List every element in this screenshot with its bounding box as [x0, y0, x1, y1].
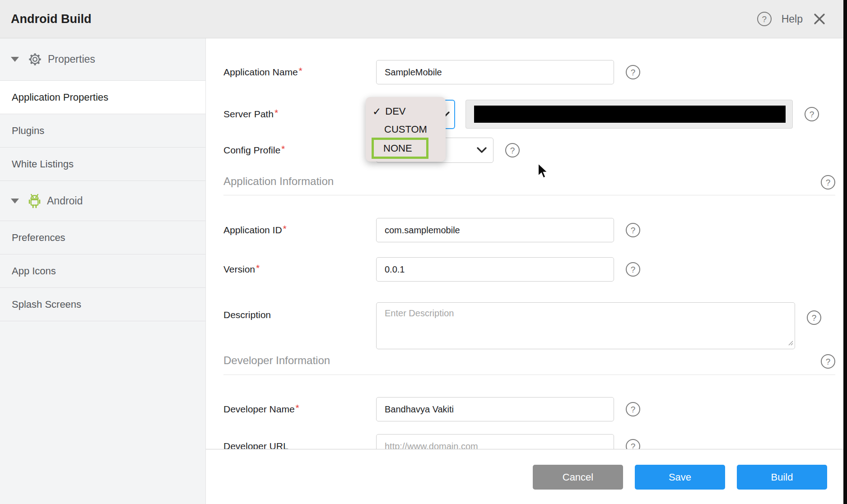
- application-information-section: Application Information ?: [223, 175, 835, 195]
- sidebar-group-android[interactable]: Android: [0, 181, 205, 221]
- sidebar-group-properties[interactable]: Properties: [0, 38, 205, 81]
- form-panel: Application Name* ? Server Path* ? Confi…: [206, 38, 847, 449]
- version-input[interactable]: [376, 257, 614, 282]
- version-label: Version*: [223, 264, 376, 275]
- expand-triangle-icon: [11, 57, 19, 62]
- help-icon[interactable]: ?: [505, 143, 520, 157]
- application-id-row: Application ID* ?: [223, 218, 847, 242]
- help-icon[interactable]: ?: [807, 310, 821, 325]
- server-path-value-field: [465, 100, 793, 129]
- help-icon[interactable]: ?: [626, 262, 640, 277]
- resize-grip-icon[interactable]: [787, 339, 793, 347]
- sidebar-group-properties-label: Properties: [48, 53, 95, 65]
- sidebar: Properties Application Properties Plugin…: [0, 38, 206, 504]
- section-title: Application Information: [223, 175, 334, 188]
- developer-name-input[interactable]: [376, 397, 614, 421]
- application-name-label: Application Name*: [223, 67, 376, 78]
- cancel-button[interactable]: Cancel: [533, 465, 623, 490]
- help-link[interactable]: Help: [782, 13, 803, 25]
- checkmark-icon: ✓: [372, 106, 381, 118]
- server-path-dropdown-menu: ✓ DEV CUSTOM NONE: [366, 97, 446, 162]
- header-help-icon[interactable]: ?: [757, 12, 772, 26]
- application-name-row: Application Name* ?: [223, 60, 847, 84]
- sidebar-item-preferences[interactable]: Preferences: [0, 221, 205, 254]
- config-profile-label: Config Profile*: [223, 145, 376, 156]
- build-button[interactable]: Build: [737, 465, 827, 490]
- dialog-title: Android Build: [11, 12, 91, 26]
- description-row: Description ?: [223, 302, 847, 349]
- sidebar-item-app-icons[interactable]: App Icons: [0, 254, 205, 288]
- help-icon[interactable]: ?: [626, 402, 640, 416]
- developer-url-row: Developer URL ?: [223, 434, 847, 449]
- application-id-label: Application ID*: [223, 225, 376, 236]
- expand-triangle-icon: [11, 199, 19, 203]
- help-icon[interactable]: ?: [626, 223, 640, 237]
- developer-url-label: Developer URL: [223, 441, 376, 449]
- close-icon[interactable]: [813, 12, 826, 26]
- help-icon[interactable]: ?: [805, 107, 819, 121]
- dropdown-option-none-highlight[interactable]: NONE: [372, 138, 428, 159]
- dropdown-option-custom[interactable]: CUSTOM: [366, 120, 446, 139]
- developer-url-input[interactable]: [376, 434, 614, 449]
- application-id-input[interactable]: [376, 218, 614, 242]
- sidebar-item-white-listings[interactable]: White Listings: [0, 148, 205, 181]
- android-build-dialog: Android Build ? Help: [0, 0, 847, 504]
- dropdown-option-dev[interactable]: ✓ DEV: [366, 102, 446, 120]
- sidebar-item-plugins[interactable]: Plugins: [0, 114, 205, 148]
- android-robot-icon: [28, 194, 41, 208]
- dialog-titlebar: Android Build ? Help: [0, 0, 847, 38]
- server-path-label: Server Path*: [223, 109, 376, 120]
- developer-information-section: Developer Information ?: [223, 354, 835, 375]
- chevron-down-icon: [477, 147, 487, 155]
- help-icon[interactable]: ?: [626, 65, 640, 79]
- help-icon[interactable]: ?: [626, 439, 640, 449]
- section-title: Developer Information: [223, 354, 330, 367]
- dropdown-option-none[interactable]: NONE: [383, 143, 412, 154]
- version-row: Version* ?: [223, 257, 847, 282]
- description-label: Description: [223, 302, 376, 320]
- help-icon[interactable]: ?: [821, 175, 835, 190]
- help-icon[interactable]: ?: [821, 354, 835, 369]
- redaction-bar: [474, 106, 786, 123]
- save-button[interactable]: Save: [635, 465, 725, 490]
- developer-name-label: Developer Name*: [223, 404, 376, 415]
- dialog-footer: Cancel Save Build: [206, 449, 847, 504]
- config-profile-row: Config Profile* ?: [223, 138, 847, 163]
- server-path-row: Server Path* ?: [223, 99, 847, 129]
- description-textarea[interactable]: [376, 302, 795, 349]
- sidebar-item-application-properties[interactable]: Application Properties: [0, 81, 205, 114]
- mouse-cursor: [537, 162, 549, 182]
- sidebar-group-android-label: Android: [47, 195, 83, 207]
- developer-name-row: Developer Name* ?: [223, 397, 847, 421]
- application-name-input[interactable]: [376, 60, 614, 84]
- sidebar-item-splash-screens[interactable]: Splash Screens: [0, 288, 205, 321]
- gear-icon: [28, 52, 42, 66]
- screen-edge: [843, 0, 847, 504]
